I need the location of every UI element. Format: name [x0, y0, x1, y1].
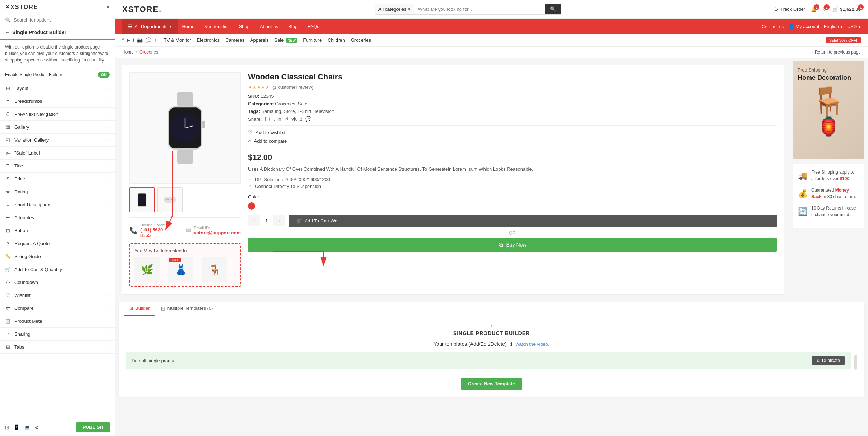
sub-nav-links: TV & Monitor Electronics Cameras Apparel… [164, 37, 826, 43]
sidebar-item-sharing[interactable]: ↗ Sharing › [0, 328, 115, 341]
sidebar-icon: 🛒 [5, 267, 11, 272]
search-submit-button[interactable]: 🔍 [545, 4, 561, 14]
twitter-icon[interactable]: t [133, 37, 134, 43]
search-input[interactable] [14, 17, 110, 23]
sidebar-item-compare[interactable]: ⇄ Compare › [0, 302, 115, 315]
subnav-furniture[interactable]: Furniture [303, 37, 322, 43]
product-thumb-1[interactable] [129, 187, 155, 212]
share-other[interactable]: ↺ [284, 116, 289, 122]
all-departments-button[interactable]: ☰ All Departments ▾ [122, 19, 178, 34]
sidebar-item-rating[interactable]: ★ Rating › [0, 185, 115, 198]
subnav-children[interactable]: Children [327, 37, 345, 43]
sidebar-item-tabs[interactable]: ⊟ Tabs › [0, 341, 115, 354]
return-link[interactable]: ‹ Return to previous page [812, 50, 861, 55]
mobile-icon[interactable]: 💻 [24, 424, 30, 430]
breadcrumb-home[interactable]: Home [122, 50, 134, 55]
nav-vendors[interactable]: Vendors list [200, 19, 233, 34]
sidebar-item-prevnext-navigation[interactable]: ⟨⟩ Prev/Next Navigation › [0, 108, 115, 121]
watch-video-link[interactable]: watch the video. [516, 341, 550, 347]
tablet-icon[interactable]: 📱 [14, 424, 20, 430]
tab-multiple-templates[interactable]: ◱ Multiple Templates (0) [155, 302, 219, 316]
chevron-right-icon: › [108, 254, 110, 259]
wishlist-button[interactable]: ♡ 2 [822, 6, 827, 12]
qty-increase-button[interactable]: + [273, 215, 285, 226]
top-bar: XSTORE. All categories ▾ 🔍 ⏱ Track Order… [115, 0, 868, 19]
sale-off-badge[interactable]: Sale! 30% OFF! [826, 37, 861, 43]
currency-selector[interactable]: USD ▾ [847, 24, 861, 29]
track-order-button[interactable]: ⏱ Track Order [774, 6, 805, 12]
nav-faqs[interactable]: FAQs [303, 19, 324, 34]
buy-now-button[interactable]: 🛍 Buy Now [248, 238, 777, 252]
sidebar-back[interactable]: ← Single Product Builder [0, 26, 115, 40]
subnav-tv[interactable]: TV & Monitor [164, 37, 191, 43]
qty-decrease-button[interactable]: − [248, 215, 260, 226]
enable-builder-toggle[interactable]: ON [98, 72, 110, 78]
nav-blog[interactable]: Blog [284, 19, 302, 34]
subnav-groceries[interactable]: Groceries [351, 37, 371, 43]
settings-icon[interactable]: ⚙ [35, 424, 39, 430]
sidebar-item-variation-gallery[interactable]: ◱ Variation Gallery › [0, 134, 115, 147]
benefits-box: 🚚 Free Shipping apply to all orders over… [793, 164, 864, 228]
sidebar-item-layout[interactable]: ⊞ Layout › [0, 82, 115, 95]
interested-item-3[interactable]: 🪑 [202, 257, 231, 282]
duplicate-button[interactable]: ⧉ Duplicate [812, 356, 845, 365]
desktop-icon[interactable]: ⊡ [5, 424, 9, 430]
main-search-input[interactable] [414, 4, 545, 14]
sidebar-item-countdown[interactable]: ⏱ Countdown › [0, 276, 115, 289]
notifications-button[interactable]: 🔔 1 [811, 6, 817, 12]
sidebar-item-sizing-guide[interactable]: 📏 Sizing Guide › [0, 250, 115, 263]
share-tumblr[interactable]: t [273, 116, 275, 122]
sidebar-item-price[interactable]: $ Price › [0, 173, 115, 185]
share-whatsapp[interactable]: 💬 [305, 116, 311, 122]
sidebar-item-add-to-cart--quantity[interactable]: 🛒 Add To Cart & Quantity › [0, 263, 115, 276]
product-thumb-2[interactable] [157, 187, 183, 212]
sidebar-item-gallery[interactable]: ▦ Gallery › [0, 121, 115, 134]
instagram-icon[interactable]: 📷 [137, 37, 143, 43]
sidebar-item-attributes[interactable]: ☰ Attributes › [0, 211, 115, 224]
subnav-electronics[interactable]: Electronics [197, 37, 220, 43]
share-pinterest[interactable]: p [299, 116, 302, 122]
sidebar-item-breadcrumbs[interactable]: ≡ Breadcrumbs › [0, 95, 115, 108]
whatsapp-icon[interactable]: 💬 [146, 37, 151, 43]
add-to-wishlist[interactable]: ♡ Add to wishlist [248, 129, 777, 135]
collapse-arrow[interactable]: ▾ [491, 323, 493, 328]
sidebar-item-product-meta[interactable]: 📋 Product Meta › [0, 315, 115, 328]
subnav-apparels[interactable]: Apparels [250, 37, 268, 43]
product-tags: Tags: Samsung, Store, T-Shirt, Televisio… [248, 109, 777, 114]
share-twitter[interactable]: t [269, 116, 270, 122]
ad-box[interactable]: Free Shipping Home Decoration 🪑 🏮 [793, 61, 864, 159]
nav-home[interactable]: Home [178, 19, 199, 34]
my-account-link[interactable]: 👤 My account [788, 24, 819, 29]
share-facebook[interactable]: f [265, 116, 266, 122]
nav-shop[interactable]: Shop [234, 19, 254, 34]
cart-button[interactable]: 🛒 1 $1,622.00 [832, 6, 861, 12]
subnav-sale[interactable]: Sale NEW [274, 37, 297, 43]
youtube-icon[interactable]: ▶ [127, 37, 130, 43]
subnav-cameras[interactable]: Cameras [225, 37, 244, 43]
add-to-compare[interactable]: ○ Add to compare [248, 138, 777, 144]
add-to-cart-button[interactable]: 🛒 Add To Cart Wc [289, 215, 777, 227]
sidebar-item-button[interactable]: ⊡ Button › [0, 224, 115, 237]
share-vk[interactable]: vk [291, 116, 297, 122]
sidebar-close-button[interactable]: × [106, 4, 110, 10]
nav-about[interactable]: About us [256, 19, 283, 34]
tab-builder[interactable]: ⊡ Builder [124, 302, 155, 316]
sidebar-search[interactable]: 🔍 [0, 14, 115, 26]
language-selector[interactable]: English ▾ [824, 24, 843, 29]
interested-item-2[interactable]: SALE 👗 [168, 257, 197, 282]
color-option-red[interactable] [248, 202, 255, 210]
contact-us-link[interactable]: Contact us [762, 24, 784, 29]
sidebar-item-title[interactable]: T Title › [0, 160, 115, 173]
sidebar-item-request-a-quote[interactable]: ? Request A Quote › [0, 237, 115, 250]
publish-button[interactable]: PUBLISH [76, 422, 110, 432]
clock-icon: ⏱ [774, 6, 779, 12]
share-linkedin[interactable]: in [277, 116, 281, 122]
facebook-icon[interactable]: f [122, 37, 124, 43]
create-template-button[interactable]: Create New Template [461, 378, 522, 390]
sidebar-item-wishlist[interactable]: ♡ Wishlist › [0, 289, 115, 302]
sidebar-item-sale-label[interactable]: 🏷 "Sale" Label › [0, 147, 115, 160]
tiktok-icon[interactable]: ♪ [154, 37, 157, 43]
category-dropdown[interactable]: All categories ▾ [375, 4, 414, 14]
sidebar-item-short-description[interactable]: ≡ Short Description › [0, 198, 115, 211]
interested-item-1[interactable]: 🌿 [134, 257, 163, 282]
